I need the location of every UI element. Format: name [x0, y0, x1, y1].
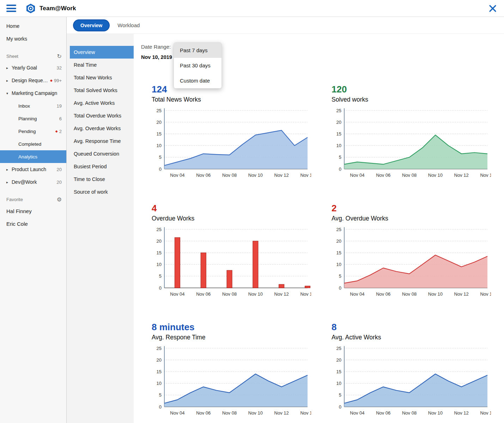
- svg-text:20: 20: [157, 357, 162, 363]
- favorite-item-eric-cole[interactable]: Eric Cole: [0, 217, 66, 230]
- svg-text:Nov 08: Nov 08: [222, 410, 237, 416]
- submenu-item-avg-active-works[interactable]: Avg. Active Works: [67, 97, 134, 109]
- svg-text:Nov 10: Nov 10: [248, 291, 263, 297]
- sidebar-item-planning[interactable]: Planning6: [0, 112, 66, 125]
- close-icon[interactable]: [488, 4, 497, 13]
- submenu-item-avg-response-time[interactable]: Avg. Response Time: [67, 135, 134, 147]
- submenu-item-total-overdue-works[interactable]: Total Overdue Works: [67, 109, 134, 122]
- favorite-items: Hal FinneyEric Cole: [0, 205, 66, 230]
- svg-text:Nov 06: Nov 06: [376, 291, 390, 297]
- svg-text:10: 10: [336, 262, 341, 267]
- submenu-item-total-solved-works[interactable]: Total Solved Works: [67, 84, 134, 97]
- app-logo-icon: [25, 3, 36, 14]
- gear-icon[interactable]: ⚙: [57, 196, 62, 203]
- svg-text:Nov 06: Nov 06: [376, 173, 390, 178]
- chart-plot: 0510152025Nov 04Nov 06Nov 08Nov 10Nov 12…: [152, 344, 311, 417]
- submenu-item-overview[interactable]: Overview: [70, 46, 134, 59]
- svg-text:0: 0: [159, 167, 162, 172]
- chevron-right-icon: ▸: [6, 180, 12, 184]
- charts-grid: 124Total News Works0510152025Nov 04Nov 0…: [141, 84, 504, 419]
- sidebar-item-label: Product Launch: [12, 167, 46, 172]
- submenu-list: OverviewReal TimeTotal New WorksTotal So…: [67, 46, 134, 198]
- submenu-item-time-to-close[interactable]: Time to Close: [67, 173, 134, 186]
- sidebar-item-analytics[interactable]: Analytics: [0, 150, 66, 163]
- svg-text:Nov 14: Nov 14: [300, 410, 311, 416]
- submenu-item-source-of-work[interactable]: Source of work: [67, 186, 134, 198]
- sidebar-item-inbox[interactable]: Inbox19: [0, 99, 66, 112]
- sidebar-item-label: Home: [6, 23, 19, 29]
- diamond-flag-icon: ◆: [55, 129, 58, 133]
- chart-card-solved-works: 120Solved works0510152025Nov 04Nov 06Nov…: [332, 84, 491, 181]
- sidebar-item-marketing-campaign[interactable]: ▾Marketing Campaign: [0, 87, 66, 99]
- sidebar-item-label: My works: [6, 36, 27, 42]
- submenu-item-total-new-works[interactable]: Total New Works: [67, 71, 134, 84]
- chart-metric: 8 minutes: [152, 322, 311, 332]
- chart-plot: 0510152025Nov 04Nov 06Nov 08Nov 10Nov 12…: [332, 106, 491, 180]
- sidebar-item-pending[interactable]: Pending◆2: [0, 125, 66, 138]
- svg-text:Nov 06: Nov 06: [196, 173, 211, 178]
- dropdown-option-custom-date[interactable]: Custom date: [174, 73, 221, 88]
- diamond-flag-icon: ◆: [50, 79, 53, 82]
- svg-text:0: 0: [159, 404, 162, 410]
- main-panel: Date Range: Nov 10, 2019 - Past 7 daysPa…: [134, 34, 504, 423]
- chart-card-total-news-works: 124Total News Works0510152025Nov 04Nov 0…: [152, 84, 311, 181]
- item-count: 19: [57, 103, 62, 109]
- submenu-item-avg-overdue-works[interactable]: Avg. Overdue Works: [67, 122, 134, 135]
- dropdown-option-past-7-days[interactable]: Past 7 days: [174, 43, 221, 58]
- svg-text:Nov 04: Nov 04: [350, 410, 364, 416]
- tab-row: Overview Workload: [67, 17, 504, 34]
- submenu-item-busiest-period[interactable]: Busiest Period: [67, 160, 134, 173]
- favorite-item-hal-finney[interactable]: Hal Finney: [0, 205, 66, 217]
- favorite-item-label: Hal Finney: [6, 208, 32, 214]
- svg-text:5: 5: [159, 392, 162, 398]
- svg-text:Nov 04: Nov 04: [350, 291, 364, 297]
- chart-plot: 0510152025Nov 04Nov 06Nov 08Nov 10Nov 12…: [332, 344, 491, 417]
- svg-text:Nov 04: Nov 04: [170, 410, 184, 416]
- hamburger-menu-icon[interactable]: [6, 5, 16, 12]
- content: Overview Workload OverviewReal TimeTotal…: [67, 17, 504, 423]
- sidebar-item-label: Completed: [18, 141, 41, 147]
- refresh-icon[interactable]: ↻: [57, 53, 62, 60]
- submenu: OverviewReal TimeTotal New WorksTotal So…: [67, 34, 134, 423]
- sidebar-item-yearly-goal[interactable]: ▸Yearly Goal32: [0, 61, 66, 74]
- sidebar-item-product-launch[interactable]: ▸Product Launch20: [0, 163, 66, 176]
- sidebar-item-dev-work[interactable]: ▸Dev@Work20: [0, 176, 66, 188]
- chart-title: Avg. Respone Time: [152, 334, 311, 341]
- sidebar-top-items: HomeMy works: [0, 20, 66, 45]
- chart-card-avg-overdue-works: 2Avg. Overdue Works0510152025Nov 04Nov 0…: [332, 203, 491, 300]
- svg-text:10: 10: [336, 143, 341, 148]
- sidebar: HomeMy works Sheet ↻ ▸Yearly Goal32▸Desi…: [0, 17, 67, 423]
- svg-text:15: 15: [336, 131, 341, 137]
- submenu-item-queued-conversion[interactable]: Queued Conversion: [67, 147, 134, 160]
- svg-text:10: 10: [157, 143, 162, 148]
- svg-text:25: 25: [336, 227, 341, 232]
- svg-text:20: 20: [336, 238, 341, 244]
- svg-text:15: 15: [336, 369, 341, 374]
- sidebar-item-home[interactable]: Home: [0, 20, 66, 32]
- tab-overview[interactable]: Overview: [74, 20, 109, 31]
- svg-text:Nov 04: Nov 04: [170, 173, 184, 178]
- favorite-section-header: Favorite ⚙: [0, 194, 66, 205]
- svg-text:0: 0: [159, 285, 162, 291]
- app-title: Team@Work: [40, 5, 76, 12]
- chart-metric: 120: [332, 84, 491, 95]
- sidebar-item-completed[interactable]: Completed: [0, 138, 66, 150]
- svg-text:Nov 06: Nov 06: [196, 291, 211, 297]
- svg-text:Nov 10: Nov 10: [428, 291, 443, 297]
- svg-text:Nov 08: Nov 08: [222, 173, 237, 178]
- submenu-item-real-time[interactable]: Real Time: [67, 59, 134, 71]
- sidebar-item-my-works[interactable]: My works: [0, 32, 66, 45]
- chart-title: Solved works: [332, 96, 491, 103]
- sidebar-item-design-reque[interactable]: ▸Design Reque…◆99+: [0, 74, 66, 87]
- tab-workload[interactable]: Workload: [117, 22, 140, 28]
- svg-text:15: 15: [157, 250, 162, 255]
- item-count: 32: [57, 65, 62, 71]
- dropdown-option-past-30-days[interactable]: Past 30 days: [174, 58, 221, 73]
- svg-text:Nov 10: Nov 10: [248, 410, 263, 416]
- svg-text:Nov 14: Nov 14: [300, 291, 311, 297]
- svg-text:10: 10: [157, 262, 162, 267]
- svg-text:25: 25: [157, 227, 162, 232]
- chevron-right-icon: ▸: [6, 79, 12, 83]
- svg-text:Nov 12: Nov 12: [274, 291, 289, 297]
- sidebar-item-label: Inbox: [18, 103, 30, 109]
